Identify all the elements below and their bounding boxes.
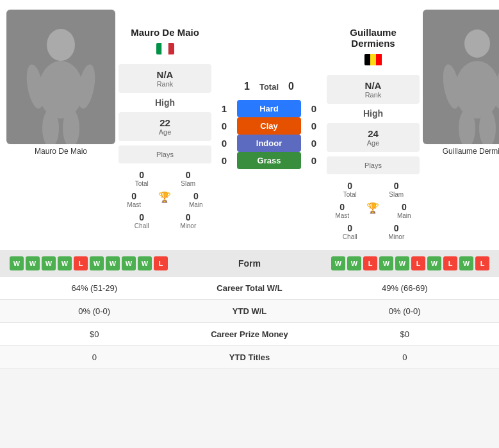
player2-mast: 0 Mast xyxy=(327,202,357,219)
player1-trophy-icon: 🏆 xyxy=(149,191,180,208)
middle-section: 1 Total 0 1 Hard 0 0 Clay 0 0 Indoor 0 0… xyxy=(215,10,323,240)
player2-age-value: 24 xyxy=(334,128,412,139)
player1-total-val: 0 xyxy=(119,170,165,180)
form-badge-w: W xyxy=(90,256,104,270)
player1-name: Mauro De Maio xyxy=(119,24,211,40)
player2-minor-val: 0 xyxy=(373,223,420,233)
player1-slam-val: 0 xyxy=(165,170,212,180)
player1-chall-lbl: Chall xyxy=(119,222,165,229)
player1-plays-card: Plays xyxy=(119,145,211,163)
form-badge-l: L xyxy=(363,256,377,270)
surface-row-hard: 1 Hard 0 xyxy=(218,100,320,117)
surface-p2-score: 0 xyxy=(307,138,320,149)
stats-p2-val-3: 0 xyxy=(320,353,490,362)
stats-label-0: Career Total W/L xyxy=(179,283,320,293)
player2-slam-val: 0 xyxy=(373,181,420,191)
svg-point-1 xyxy=(38,61,83,119)
player2-slam: 0 Slam xyxy=(373,181,420,198)
stats-p2-val-2: $0 xyxy=(320,329,490,339)
surface-btn-hard[interactable]: Hard xyxy=(237,100,301,117)
trophy1-icon: 🏆 xyxy=(158,192,171,203)
player2-photo xyxy=(423,10,499,144)
surface-btn-grass[interactable]: Grass xyxy=(237,152,301,169)
form-badge-w: W xyxy=(331,256,345,270)
player1-mast-lbl: Mast xyxy=(119,201,149,208)
stats-p1-val-0: 64% (51-29) xyxy=(10,283,179,293)
surface-row-clay: 0 Clay 0 xyxy=(218,117,320,135)
player2-plays-label: Plays xyxy=(334,162,412,169)
player1-main-val: 0 xyxy=(181,191,211,201)
player1-minor: 0 Minor xyxy=(165,212,212,229)
player1-chall-val: 0 xyxy=(119,212,165,222)
svg-point-6 xyxy=(464,29,490,58)
player1-photo xyxy=(6,10,115,144)
player1-plays-label: Plays xyxy=(126,151,204,158)
stats-row-0: 64% (51-29) Career Total W/L 49% (66-69) xyxy=(0,277,499,300)
player1-age-value: 22 xyxy=(126,117,204,128)
player2-chall-lbl: Chall xyxy=(327,233,373,240)
player1-stats-row2: 0 Mast 🏆 0 Main xyxy=(119,191,211,208)
player2-age-card: 24 Age xyxy=(327,123,420,152)
form-section: WWWWLWWWWL Form WWLWWLWLWL xyxy=(0,250,499,277)
player2-plays-card: Plays xyxy=(327,156,420,174)
form-badge-w: W xyxy=(138,256,152,270)
player1-mast-val: 0 xyxy=(119,191,149,201)
player1-main-lbl: Main xyxy=(181,201,211,208)
player2-form-badges: WWLWWLWLWL xyxy=(331,256,489,270)
stats-p1-val-2: $0 xyxy=(10,329,179,339)
p2-total: 0 xyxy=(288,81,294,92)
player1-flag-container xyxy=(119,41,211,56)
trophy2-icon: 🏆 xyxy=(366,203,379,213)
player1-high: High xyxy=(119,97,211,108)
player1-slam-lbl: Slam xyxy=(165,180,212,187)
player2-flag-container xyxy=(327,52,420,67)
surface-rows: 1 Hard 0 0 Clay 0 0 Indoor 0 0 Grass 0 xyxy=(218,100,320,169)
player2-stats-row2: 0 Mast 🏆 0 Main xyxy=(327,202,420,219)
svg-point-0 xyxy=(47,29,75,61)
form-badge-w: W xyxy=(427,256,441,270)
player2-main-lbl: Main xyxy=(389,212,420,219)
player2-total-lbl: Total xyxy=(327,191,373,198)
form-badge-w: W xyxy=(122,256,136,270)
player2-mast-val: 0 xyxy=(327,202,357,212)
player1-total-lbl: Total xyxy=(119,180,165,187)
player1-block: Mauro De Maio xyxy=(6,10,115,240)
form-badge-l: L xyxy=(475,256,489,270)
stats-p1-val-3: 0 xyxy=(10,353,179,362)
player2-rank-card: N/A Rank xyxy=(327,75,420,104)
stats-p2-val-1: 0% (0-0) xyxy=(320,306,490,316)
stats-label-2: Career Prize Money xyxy=(179,329,320,339)
surface-row-grass: 0 Grass 0 xyxy=(218,152,320,169)
surface-p2-score: 0 xyxy=(307,120,320,131)
form-badge-l: L xyxy=(443,256,457,270)
surface-p2-score: 0 xyxy=(307,103,320,114)
surface-btn-indoor[interactable]: Indoor xyxy=(237,135,301,152)
form-badge-w: W xyxy=(106,256,120,270)
surface-p1-score: 0 xyxy=(218,120,231,131)
form-badge-l: L xyxy=(74,256,88,270)
player1-slam: 0 Slam xyxy=(165,170,212,187)
player1-stats-row1: 0 Total 0 Slam xyxy=(119,170,211,187)
player2-main-val: 0 xyxy=(389,202,420,212)
player2-total-val: 0 xyxy=(327,181,373,191)
player2-total: 0 Total xyxy=(327,181,373,198)
surface-p1-score: 0 xyxy=(218,138,231,149)
surface-p1-score: 0 xyxy=(218,155,231,166)
player1-age-label: Age xyxy=(126,128,204,136)
player1-form-badges: WWWWLWWWWL xyxy=(10,256,168,270)
player1-rank-card: N/A Rank xyxy=(119,64,211,93)
form-badge-w: W xyxy=(58,256,72,270)
player2-slam-lbl: Slam xyxy=(373,191,420,198)
surface-btn-clay[interactable]: Clay xyxy=(237,117,301,135)
stats-label-3: YTD Titles xyxy=(179,353,320,362)
svg-point-7 xyxy=(455,61,499,119)
player1-minor-lbl: Minor xyxy=(165,222,212,229)
player2-stats-panel: Guillaume Dermiens N/A Rank High 24 Age xyxy=(327,10,420,240)
form-label: Form xyxy=(238,258,261,269)
total-row: 1 Total 0 xyxy=(244,81,294,92)
form-badge-w: W xyxy=(395,256,409,270)
total-label: Total xyxy=(259,82,279,92)
player1-flag xyxy=(156,43,174,54)
player1-minor-val: 0 xyxy=(165,212,212,222)
top-section: Mauro De Maio Mauro De Maio N/A Rank Hig… xyxy=(0,0,499,250)
